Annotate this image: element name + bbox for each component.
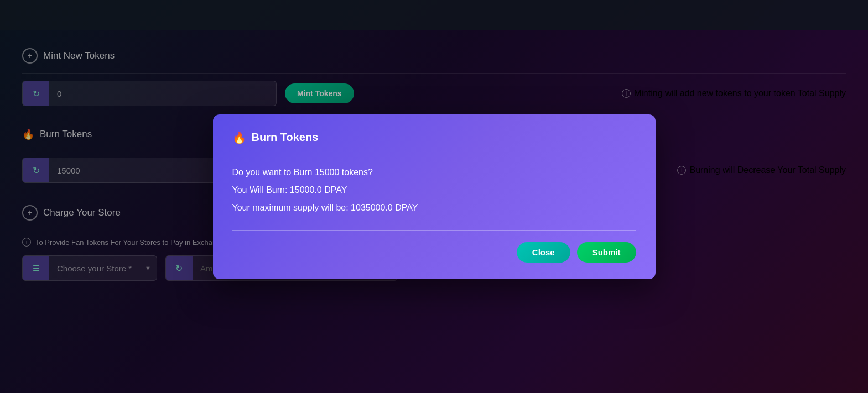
modal-footer: Close Submit [232, 231, 636, 263]
modal-header: 🔥 Burn Tokens [232, 131, 636, 153]
modal-overlay: 🔥 Burn Tokens Do you want to Burn 15000 … [0, 0, 868, 393]
modal-close-button[interactable]: Close [517, 242, 570, 263]
burn-modal: 🔥 Burn Tokens Do you want to Burn 15000 … [213, 114, 656, 279]
modal-submit-button[interactable]: Submit [577, 242, 636, 263]
modal-title: Burn Tokens [252, 131, 319, 144]
modal-body: Do you want to Burn 15000 tokens? You Wi… [232, 164, 636, 231]
modal-line1: Do you want to Burn 15000 tokens? [232, 164, 636, 181]
modal-fire-icon: 🔥 [232, 131, 246, 144]
modal-line2: You Will Burn: 15000.0 DPAY [232, 181, 636, 199]
modal-line3: Your maximum supply will be: 1035000.0 D… [232, 199, 636, 217]
